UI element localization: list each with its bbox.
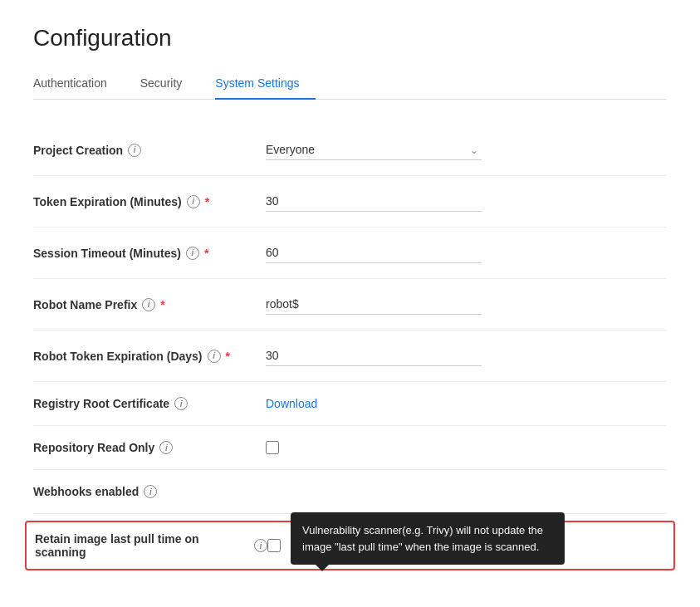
webhooks-enabled-row: Webhooks enabled i bbox=[33, 470, 667, 513]
repository-read-only-control bbox=[266, 441, 482, 454]
robot-name-prefix-info-icon[interactable]: i bbox=[142, 298, 155, 311]
robot-token-expiration-row: Robot Token Expiration (Days) i * bbox=[33, 330, 667, 381]
repository-read-only-row: Repository Read Only i bbox=[33, 426, 667, 469]
repository-read-only-label: Repository Read Only i bbox=[33, 441, 266, 454]
token-expiration-label: Token Expiration (Minutes) i * bbox=[33, 195, 266, 208]
robot-token-expiration-required: * bbox=[226, 350, 230, 363]
robot-name-prefix-control bbox=[266, 294, 482, 315]
robot-token-expiration-control bbox=[266, 345, 482, 366]
system-settings-form: Project Creation i Everyone Admins Only … bbox=[33, 125, 667, 607]
token-expiration-control bbox=[266, 191, 482, 212]
retain-image-highlighted: Retain image last pull time on scanning … bbox=[25, 521, 675, 570]
repository-read-only-info-icon[interactable]: i bbox=[159, 441, 173, 454]
configuration-page: Configuration Authentication Security Sy… bbox=[0, 0, 700, 607]
token-expiration-info-icon[interactable]: i bbox=[187, 195, 200, 208]
robot-name-prefix-required: * bbox=[160, 298, 164, 311]
retain-image-row: Retain image last pull time on scanning … bbox=[35, 532, 665, 559]
registry-root-cert-label: Registry Root Certificate i bbox=[33, 397, 266, 410]
project-creation-control: Everyone Admins Only ⌄ bbox=[266, 140, 482, 160]
tab-security[interactable]: Security bbox=[140, 68, 199, 100]
retain-image-checkbox[interactable] bbox=[267, 539, 281, 552]
tab-bar: Authentication Security System Settings bbox=[33, 68, 667, 100]
divider-8 bbox=[33, 513, 667, 514]
robot-name-prefix-label: Robot Name Prefix i * bbox=[33, 298, 266, 311]
retain-image-wrapper: Retain image last pull time on scanning … bbox=[33, 521, 667, 570]
token-expiration-row: Token Expiration (Minutes) i * bbox=[33, 176, 667, 227]
tab-system-settings[interactable]: System Settings bbox=[215, 68, 316, 100]
robot-name-prefix-row: Robot Name Prefix i * bbox=[33, 279, 667, 330]
session-timeout-info-icon[interactable]: i bbox=[186, 247, 199, 260]
session-timeout-input[interactable] bbox=[266, 242, 482, 263]
registry-root-cert-row: Registry Root Certificate i Download bbox=[33, 382, 667, 425]
robot-name-prefix-input[interactable] bbox=[266, 294, 482, 315]
token-expiration-required: * bbox=[205, 195, 209, 208]
page-title: Configuration bbox=[33, 25, 667, 51]
retain-image-control bbox=[267, 539, 483, 552]
project-creation-select[interactable]: Everyone Admins Only bbox=[266, 140, 482, 160]
download-link[interactable]: Download bbox=[266, 397, 317, 410]
project-creation-label: Project Creation i bbox=[33, 144, 266, 157]
tab-authentication[interactable]: Authentication bbox=[33, 68, 124, 100]
repository-read-only-checkbox[interactable] bbox=[266, 441, 279, 454]
session-timeout-label: Session Timeout (Minutes) i * bbox=[33, 247, 266, 260]
robot-token-expiration-label: Robot Token Expiration (Days) i * bbox=[33, 350, 266, 363]
project-creation-info-icon[interactable]: i bbox=[128, 144, 141, 157]
registry-root-cert-control: Download bbox=[266, 397, 482, 410]
retain-image-info-icon[interactable]: i bbox=[254, 539, 267, 552]
token-expiration-input[interactable] bbox=[266, 191, 482, 212]
session-timeout-required: * bbox=[204, 247, 208, 260]
robot-token-expiration-info-icon[interactable]: i bbox=[208, 350, 221, 363]
robot-token-expiration-input[interactable] bbox=[266, 345, 482, 366]
session-timeout-control bbox=[266, 242, 482, 263]
webhooks-enabled-label: Webhooks enabled i bbox=[33, 485, 266, 498]
session-timeout-row: Session Timeout (Minutes) i * bbox=[33, 228, 667, 278]
retain-image-label: Retain image last pull time on scanning … bbox=[35, 532, 267, 559]
webhooks-enabled-info-icon[interactable]: i bbox=[144, 485, 157, 498]
project-creation-row: Project Creation i Everyone Admins Only … bbox=[33, 125, 667, 175]
registry-root-cert-info-icon[interactable]: i bbox=[174, 397, 188, 410]
